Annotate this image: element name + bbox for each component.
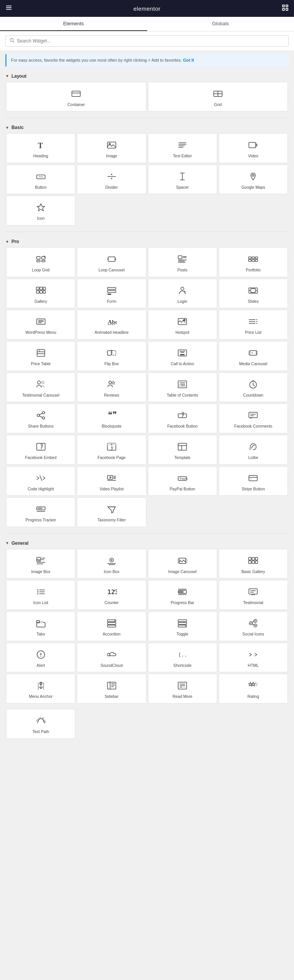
widget-video-playlist[interactable]: Video Playlist [77,466,146,496]
widget-social-icons[interactable]: Social Icons [219,611,288,641]
widget-icon[interactable]: Icon [6,196,75,225]
widget-icon-box[interactable]: Icon Box [77,549,146,579]
widget-counter[interactable]: 123 Counter [77,580,146,610]
widget-lottie[interactable]: Lottie [219,435,288,465]
video-playlist-icon [106,472,118,484]
widget-shortcode[interactable]: [...] Shortcode [148,643,217,673]
widget-video[interactable]: Video [219,133,288,163]
widget-call-to-action[interactable]: Call to Action [148,341,217,371]
widget-facebook-embed[interactable]: Facebook Embed [6,435,75,465]
svg-rect-54 [43,287,45,290]
search-input-wrap [5,35,289,47]
widget-image[interactable]: Image [77,133,146,163]
search-input[interactable] [17,38,284,44]
table-of-contents-icon [176,378,188,390]
sidebar-label: Sidebar [105,694,119,699]
tab-globals[interactable]: Globals [147,17,294,31]
form-label: Form [107,299,117,304]
widget-toggle[interactable]: Toggle [148,611,217,641]
svg-rect-164 [249,561,251,564]
svg-rect-40 [178,256,182,259]
loop-grid-label: Loop Grid [32,268,50,273]
widget-countdown[interactable]: Countdown [219,372,288,402]
widget-table-of-contents[interactable]: Table of Contents [148,372,217,402]
widget-flip-box[interactable]: Flip Box [77,341,146,371]
widget-share-buttons[interactable]: Share Buttons [6,403,75,433]
widget-read-more[interactable]: Read More [148,674,217,704]
widget-text-editor[interactable]: Text Editor [148,133,217,163]
call-to-action-icon [176,347,188,359]
svg-point-111 [42,412,45,414]
divider-label: Divider [106,185,118,190]
price-table-icon: $ [35,347,47,359]
widget-grid[interactable]: Grid [148,82,288,112]
section-header-basic[interactable]: ▼ Basic [0,121,294,132]
section-header-layout[interactable]: ▼ Layout [0,70,294,81]
svg-rect-50 [252,260,255,261]
widget-basic-gallery[interactable]: Basic Gallery [219,549,288,579]
widget-facebook-button[interactable]: Facebook Button [148,403,217,433]
widget-image-carousel[interactable]: Image Carousel [148,549,217,579]
widget-template[interactable]: Template [148,435,217,465]
section-header-pro[interactable]: ▼ Pro [0,235,294,247]
widget-reviews[interactable]: Reviews [77,372,146,402]
widget-soundcloud[interactable]: SoundCloud [77,643,146,673]
widget-blockquote[interactable]: ❝❞ Blockquote [77,403,146,433]
widget-stripe-button[interactable]: Stripe Button [219,466,288,496]
got-it-link[interactable]: Got It [183,58,194,62]
widget-facebook-comments[interactable]: Facebook Comments [219,403,288,433]
widget-price-table[interactable]: $ Price Table [6,341,75,371]
basic-gallery-label: Basic Gallery [241,569,265,575]
shortcode-icon: [...] [176,648,188,661]
widget-html[interactable]: HTML [219,643,288,673]
widget-facebook-page[interactable]: Facebook Page [77,435,146,465]
lottie-icon [247,441,259,453]
hamburger-icon[interactable] [5,4,12,13]
widget-heading[interactable]: T Heading [6,133,75,163]
widget-testimonial[interactable]: Testimonial [219,580,288,610]
widget-gallery[interactable]: Gallery [6,279,75,309]
share-buttons-icon [35,409,47,421]
grid-icon[interactable] [282,4,289,13]
widget-container[interactable]: Container [6,82,146,112]
widget-code-highlight[interactable]: Code Highlight [6,466,75,496]
section-header-general[interactable]: ▼ General [0,537,294,548]
widget-progress-bar[interactable]: Progress Bar [148,580,217,610]
widget-divider[interactable]: Divider [77,165,146,194]
widget-tabs[interactable]: Tabs [6,611,75,641]
widget-google-maps[interactable]: Google Maps [219,165,288,194]
widget-spacer[interactable]: Spacer [148,165,217,194]
widget-paypal-button[interactable]: PayPal PayPal Button [148,466,217,496]
widget-form[interactable]: Form [77,279,146,309]
svg-rect-58 [107,287,116,289]
widget-portfolio[interactable]: Portfolio [219,247,288,277]
widget-taxonomy-filter[interactable]: Taxonomy Filter [77,497,146,527]
widget-login[interactable]: Login [148,279,217,309]
hotspot-icon [176,315,188,328]
widget-menu-anchor[interactable]: Menu Anchor [6,674,75,704]
progress-tracker-label: Progress Tracker [26,518,56,523]
widget-animated-headline[interactable]: Abc Animated Headline [77,310,146,340]
widget-hotspot[interactable]: Hotspot [148,310,217,340]
widget-text-path[interactable]: Text Path Text Path [6,709,75,739]
widget-icon-list[interactable]: Icon List [6,580,75,610]
reviews-icon [106,378,118,390]
widget-wordpress-menu[interactable]: WordPress Menu [6,310,75,340]
widget-image-box[interactable]: Image Box [6,549,75,579]
svg-line-132 [43,478,45,480]
widget-loop-carousel[interactable]: Loop Carousel [77,247,146,277]
widget-alert[interactable]: Alert [6,643,75,673]
widget-progress-tracker[interactable]: Progress Tracker [6,497,75,527]
widget-testimonial-carousel[interactable]: Testimonial Carousel [6,372,75,402]
widget-price-list[interactable]: Price List [219,310,288,340]
widget-posts[interactable]: Posts [148,247,217,277]
widget-button[interactable]: Button [6,165,75,194]
facebook-button-label: Facebook Button [167,424,197,429]
widget-slides[interactable]: Slides [219,279,288,309]
widget-sidebar[interactable]: Sidebar [77,674,146,704]
widget-rating[interactable]: Rating [219,674,288,704]
widget-accordion[interactable]: Accordion [77,611,146,641]
tab-elements[interactable]: Elements [0,17,147,31]
widget-loop-grid[interactable]: Loop Grid [6,247,75,277]
widget-media-carousel[interactable]: $ Media Carousel [219,341,288,371]
